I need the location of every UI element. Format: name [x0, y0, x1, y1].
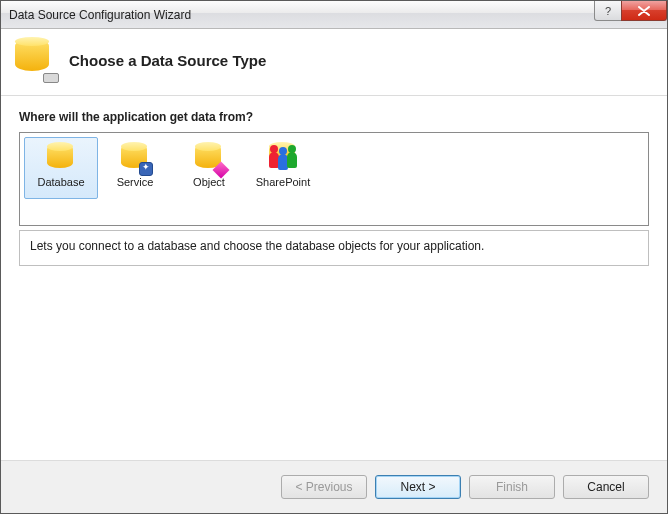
finish-button: Finish	[469, 475, 555, 499]
prompt-label: Where will the application get data from…	[19, 110, 649, 124]
option-database[interactable]: Database	[24, 137, 98, 199]
object-icon	[193, 142, 225, 174]
wizard-footer: < Previous Next > Finish Cancel	[1, 460, 667, 513]
titlebar: Data Source Configuration Wizard ?	[1, 1, 667, 29]
previous-button: < Previous	[281, 475, 367, 499]
next-button[interactable]: Next >	[375, 475, 461, 499]
option-object[interactable]: Object	[172, 137, 246, 199]
description-text: Lets you connect to a database and choos…	[30, 239, 484, 253]
close-icon	[638, 6, 650, 16]
cancel-button[interactable]: Cancel	[563, 475, 649, 499]
database-large-icon	[15, 39, 57, 81]
option-label: Service	[117, 176, 154, 188]
wizard-header: Choose a Data Source Type	[1, 29, 667, 96]
database-icon	[45, 142, 77, 174]
option-sharepoint[interactable]: SharePoint	[246, 137, 320, 199]
sharepoint-icon	[267, 142, 299, 174]
page-title: Choose a Data Source Type	[69, 52, 266, 69]
options-box: Database Service Object	[19, 132, 649, 226]
title-buttons: ?	[595, 1, 667, 21]
description-box: Lets you connect to a database and choos…	[19, 230, 649, 266]
help-button[interactable]: ?	[594, 1, 622, 21]
option-label: Database	[37, 176, 84, 188]
wizard-content: Where will the application get data from…	[1, 96, 667, 460]
service-icon	[119, 142, 151, 174]
window-title: Data Source Configuration Wizard	[9, 8, 191, 22]
close-button[interactable]	[621, 1, 667, 21]
option-service[interactable]: Service	[98, 137, 172, 199]
option-label: SharePoint	[256, 176, 310, 188]
wizard-window: Data Source Configuration Wizard ? Choos…	[0, 0, 668, 514]
